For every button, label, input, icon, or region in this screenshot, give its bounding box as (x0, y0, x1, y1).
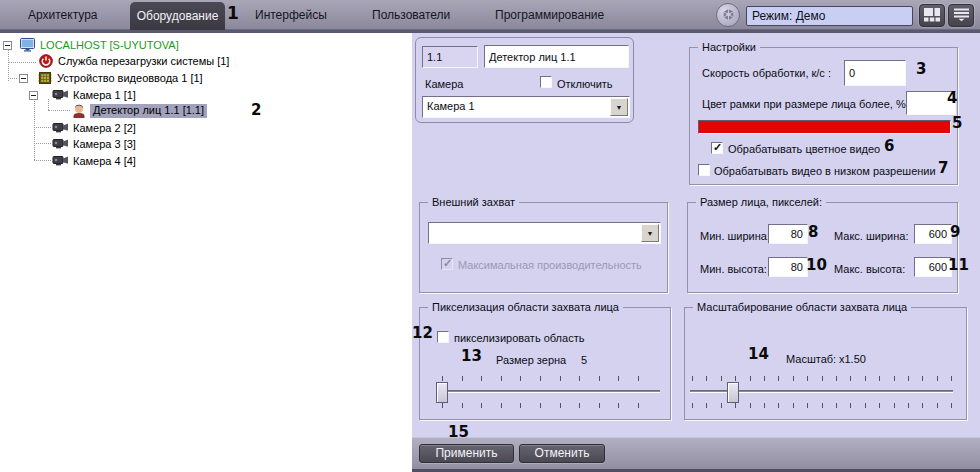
tab-interfaces[interactable]: Интерфейсы (255, 8, 327, 22)
callout-7: 7 (938, 160, 948, 177)
tree-item-restart-service[interactable]: Служба перезагрузки системы [1] (0, 54, 412, 69)
menu-icon (954, 8, 969, 24)
scale-slider-thumb[interactable] (727, 382, 739, 403)
callout-2: 2 (251, 102, 261, 119)
power-icon (39, 54, 53, 70)
tree-item-localhost[interactable]: LOCALHOST [S-UYUTOVA] (0, 38, 412, 53)
action-bar: Применить Отменить (412, 437, 980, 472)
tree-item-video-device[interactable]: Устройство видеоввода 1 [1] (0, 71, 412, 86)
frame-color-swatch[interactable] (698, 120, 951, 134)
tree-item-label-selected: Детектор лиц 1.1 [1.1] (90, 104, 207, 118)
callout-15: 15 (448, 424, 469, 441)
max-height-input[interactable] (914, 257, 952, 277)
collapse-toggle[interactable] (3, 41, 12, 50)
tree-item-label: Камера 1 [1] (73, 89, 136, 102)
max-width-label: Макс. ширина: (834, 230, 908, 243)
processing-speed-input[interactable] (844, 60, 906, 86)
chip-icon (38, 71, 52, 87)
object-id-field[interactable] (422, 46, 478, 68)
grain-size-slider-track[interactable] (438, 390, 660, 393)
tree-item-label: Камера 3 [3] (73, 138, 136, 151)
tree-item-label: Камера 2 [2] (73, 122, 136, 135)
face-size-title: Размер лица, пикселей: (696, 196, 826, 209)
tab-architecture[interactable]: Архитектура (28, 8, 98, 22)
slider-ticks (692, 403, 952, 408)
min-height-input[interactable] (768, 257, 808, 277)
scale-label: Масштаб: (786, 353, 836, 366)
tree-item-camera-2[interactable]: Камера 2 [2] (0, 121, 412, 136)
mode-input[interactable] (746, 6, 913, 26)
pixelize-area-label: пикселизировать область (454, 332, 584, 345)
frame-color-label: Цвет рамки при размере лица более, % : (702, 98, 912, 111)
tab-equipment-label: Оборудование (137, 9, 219, 23)
tab-equipment[interactable]: Оборудование (130, 2, 225, 30)
tree-item-label: LOCALHOST [S-UYUTOVA] (40, 39, 179, 52)
settings-panel: Камера Отключить Камера 1 ▼ Настройки Ск… (412, 33, 980, 437)
settings-group-title: Настройки (698, 41, 760, 54)
monitor-icon (20, 38, 35, 54)
color-video-checkbox[interactable] (711, 142, 723, 154)
min-width-input[interactable] (768, 224, 808, 244)
camera-icon (52, 138, 69, 152)
callout-14: 14 (748, 346, 769, 363)
tree-item-label: Камера 4 [4] (73, 155, 136, 168)
layout-grid-icon (924, 8, 940, 24)
callout-13: 13 (461, 348, 482, 365)
external-capture-group: Внешний захват ▼ Максимальная производит… (419, 202, 668, 293)
callout-5: 5 (952, 115, 962, 132)
slider-ticks (442, 403, 658, 408)
grain-size-slider-thumb[interactable] (436, 382, 448, 403)
max-performance-checkbox (441, 258, 453, 270)
tree-item-camera-4[interactable]: Камера 4 [4] (0, 154, 412, 169)
max-width-input[interactable] (914, 224, 952, 244)
callout-10: 10 (806, 257, 827, 274)
pixelize-area-checkbox[interactable] (437, 331, 449, 343)
callout-8: 8 (808, 224, 818, 241)
cancel-button[interactable]: Отменить (519, 444, 605, 463)
tab-users[interactable]: Пользователи (372, 8, 450, 22)
callout-11: 11 (948, 257, 969, 274)
camera-label: Камера (425, 78, 463, 91)
scaling-group: Масштабирование области захвата лица Мас… (684, 307, 967, 420)
application-window: Архитектура Оборудование Интерфейсы Поль… (0, 0, 980, 472)
collapse-toggle[interactable] (19, 74, 28, 83)
apply-button[interactable]: Применить (419, 444, 514, 463)
callout-9: 9 (950, 224, 960, 241)
tree-item-face-detector[interactable]: Детектор лиц 1.1 [1.1] (0, 104, 412, 119)
chevron-down-icon[interactable]: ▼ (610, 98, 628, 116)
intellect-emblem-button[interactable] (716, 3, 740, 27)
collapse-toggle[interactable] (29, 91, 38, 100)
tree-item-camera-1[interactable]: Камера 1 [1] (0, 88, 412, 103)
scale-value: x1.50 (839, 353, 866, 366)
tab-programming[interactable]: Программирование (495, 8, 604, 22)
max-performance-label: Максимальная производительность (458, 259, 642, 272)
low-res-label: Обрабатывать видео в низком разрешении (714, 165, 936, 178)
grain-size-value: 5 (581, 354, 587, 367)
callout-4: 4 (947, 90, 957, 107)
camera-icon (52, 89, 69, 103)
top-menubar: Архитектура Оборудование Интерфейсы Поль… (0, 0, 980, 30)
object-name-field[interactable] (484, 45, 629, 68)
tree-item-camera-3[interactable]: Камера 3 [3] (0, 137, 412, 152)
pixelization-title: Пикселизация области захвата лица (428, 301, 623, 314)
screens-layout-button[interactable] (919, 4, 945, 27)
slider-ticks (692, 376, 952, 381)
camera-dropdown[interactable]: Камера 1 ▼ (422, 96, 630, 118)
min-width-label: Мин. ширина: (700, 230, 770, 243)
low-res-checkbox[interactable] (698, 164, 710, 176)
callout-12: 12 (412, 325, 433, 342)
face-icon (72, 104, 86, 120)
external-capture-dropdown[interactable]: ▼ (428, 222, 661, 244)
pixelization-group: Пикселизация области захвата лица пиксел… (419, 307, 671, 420)
disable-checkbox[interactable] (540, 76, 552, 88)
scaling-title: Масштабирование области захвата лица (693, 301, 911, 314)
min-height-label: Мин. высота: (700, 263, 767, 276)
color-video-label: Обрабатывать цветное видео (728, 143, 880, 156)
external-capture-title: Внешний захват (428, 196, 519, 209)
main-menu-button[interactable] (948, 4, 974, 27)
chevron-down-icon[interactable]: ▼ (641, 224, 659, 242)
slider-ticks (442, 376, 658, 381)
camera-dropdown-value: Камера 1 (427, 100, 475, 112)
camera-icon (52, 155, 69, 169)
tree-item-label: Устройство видеоввода 1 [1] (57, 72, 203, 85)
